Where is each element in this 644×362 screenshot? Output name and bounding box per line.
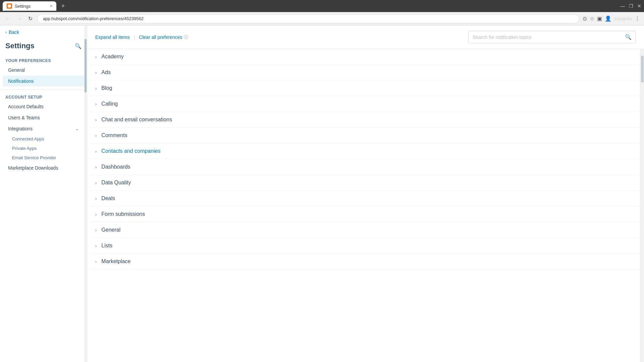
browser-tab[interactable]: Settings × [3,1,56,11]
header-actions: Expand all items | Clear all preferences… [95,34,188,40]
notification-item[interactable]: › Blog [90,80,641,96]
reader-mode-icon[interactable]: ⊙ [583,15,587,22]
notification-item-label: Data Quality [101,180,131,186]
chevron-right-icon: › [95,70,97,75]
back-button[interactable]: ‹ Back [0,25,24,39]
chevron-right-icon: › [95,228,97,233]
browser-chrome: Settings × + — ❐ ✕ [0,0,644,12]
restore-button[interactable]: ❐ [629,3,633,9]
notification-item[interactable]: › Academy [90,49,641,65]
incognito-label: Incognito [614,16,632,21]
notification-item[interactable]: › Comments [90,128,641,143]
content-wrapper: › Academy › Ads › Blog › Calling › Chat … [87,49,644,362]
notification-item[interactable]: › General [90,222,641,238]
close-button[interactable]: ✕ [637,3,641,9]
tab-title: Settings [15,4,31,9]
sidebar-item-account-defaults[interactable]: Account Defaults [3,101,84,112]
chevron-right-icon: › [95,243,97,248]
sidebar-item-notifications[interactable]: Notifications [3,76,84,86]
address-bar: ← → ↻ ⊙ ☆ ▣ 👤 Incognito ⋮ [0,12,644,25]
notification-item[interactable]: › Ads [90,65,641,80]
right-scroll-thumb [641,56,644,82]
sidebar: ‹ Back Settings 🔍 Your Preferences Gener… [0,25,87,362]
sidebar-scroll-thumb [85,39,87,93]
email-service-provider-label: Email Service Provider [12,155,56,160]
chevron-right-icon: › [95,102,97,107]
notification-item[interactable]: › Contacts and companies [90,143,641,159]
chevron-right-icon: › [95,117,97,122]
back-label: Back [9,29,19,35]
users-teams-label: Users & Teams [8,115,40,120]
notification-item[interactable]: › Dashboards [90,159,641,175]
new-tab-button[interactable]: + [59,2,67,10]
split-view-icon[interactable]: ▣ [597,15,602,22]
refresh-button[interactable]: ↻ [27,14,34,23]
notification-item-label: Blog [101,85,112,91]
tab-close-btn[interactable]: × [50,4,52,8]
notification-search-box: 🔍 [468,31,636,43]
sidebar-wrapper: ‹ Back Settings 🔍 Your Preferences Gener… [0,25,87,362]
notification-item[interactable]: › Data Quality [90,175,641,191]
notification-item[interactable]: › Calling [90,96,641,112]
notification-item-label: Deals [101,195,115,201]
notification-item-label: Dashboards [101,164,130,170]
notification-item[interactable]: › Lists [90,238,641,254]
account-icon[interactable]: 👤 [605,15,611,22]
clear-prefs-label: Clear all preferences [139,35,182,40]
notification-item-label: Form submissions [101,211,145,217]
chevron-right-icon: › [95,86,97,91]
notification-item-label: Academy [101,54,124,60]
chevron-right-icon: › [95,149,97,154]
sidebar-item-marketplace-downloads[interactable]: Marketplace Downloads [3,163,84,173]
sidebar-item-connected-apps[interactable]: Connected Apps [3,134,84,143]
general-item-label: General [8,67,25,73]
notification-item-label: Lists [101,243,112,249]
notification-item[interactable]: › Form submissions [90,206,641,222]
your-preferences-section-label: Your Preferences [0,56,87,64]
tab-favicon [7,3,12,9]
notification-search-button[interactable]: 🔍 [621,31,636,43]
bookmark-icon[interactable]: ☆ [590,15,594,22]
chevron-right-icon: › [95,180,97,185]
notification-item[interactable]: › Deals [90,191,641,206]
chevron-right-icon: › [95,212,97,217]
window-controls: — ❐ ✕ [620,3,641,9]
clear-all-prefs-button[interactable]: Clear all preferences ⓘ [139,34,188,40]
info-icon: ⓘ [184,34,188,40]
sidebar-search-button[interactable]: 🔍 [75,43,82,49]
notification-item-label: Calling [101,101,118,107]
notification-item[interactable]: › Chat and email conversations [90,112,641,128]
right-scrollbar[interactable] [640,49,644,362]
sidebar-item-private-apps[interactable]: Private Apps [3,144,84,153]
notification-item-label: Marketplace [101,258,130,264]
sidebar-scrollbar[interactable] [84,25,87,362]
forward-nav-button[interactable]: → [15,14,23,23]
integrations-label: Integrations [8,126,33,131]
chevron-right-icon: › [95,54,97,59]
address-input[interactable] [37,14,579,23]
menu-icon[interactable]: ⋮ [635,15,640,22]
marketplace-downloads-label: Marketplace Downloads [8,165,58,171]
chevron-right-icon: › [95,165,97,170]
minimize-button[interactable]: — [620,3,625,9]
connected-apps-label: Connected Apps [12,136,44,141]
chevron-right-icon: › [95,259,97,264]
notification-search-input[interactable] [469,32,621,43]
sidebar-divider-1 [0,89,87,89]
content-area: Expand all items | Clear all preferences… [87,25,644,362]
sidebar-item-integrations[interactable]: Integrations ⌄ [3,123,84,134]
chevron-right-icon: › [95,196,97,201]
sidebar-item-users-teams[interactable]: Users & Teams [3,112,84,123]
back-nav-button[interactable]: ← [4,14,12,23]
settings-header: Settings 🔍 [0,39,87,56]
sidebar-item-email-service-provider[interactable]: Email Service Provider [3,153,84,162]
notification-item-label: Ads [101,69,111,75]
content-header: Expand all items | Clear all preferences… [87,25,644,49]
sidebar-item-general[interactable]: General [3,65,84,75]
expand-all-button[interactable]: Expand all items [95,35,130,40]
separator: | [134,35,135,40]
account-defaults-label: Account Defaults [8,104,44,109]
main-layout: ‹ Back Settings 🔍 Your Preferences Gener… [0,25,644,362]
notification-item-label: Comments [101,132,127,138]
notification-item[interactable]: › Marketplace [90,254,641,269]
